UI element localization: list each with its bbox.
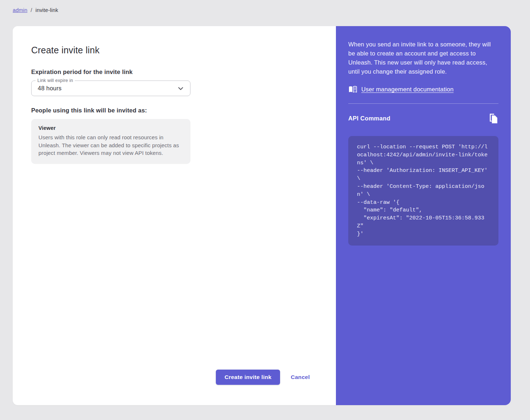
create-invite-link-card: Create invite link Expiration period for… [13,26,511,405]
sidebar-divider [348,103,498,104]
info-sidebar: When you send an invite link to a someon… [336,26,511,405]
copy-icon [489,113,498,124]
form-actions: Create invite link Cancel [216,370,310,385]
breadcrumb-current: invite-link [36,7,58,13]
role-title: Viewer [38,125,183,131]
copy-command-button[interactable] [489,113,498,124]
expiration-select-label: Link will expire in [36,78,75,83]
breadcrumb: admin / invite-link [13,7,58,13]
api-command-heading: API Command [348,115,390,122]
chevron-down-icon [176,84,185,93]
breadcrumb-link-admin[interactable]: admin [13,7,28,13]
role-description: Users with this role can only read root … [38,133,183,157]
invited-as-heading: People using this link will be invited a… [31,107,336,114]
create-invite-link-button[interactable]: Create invite link [216,370,280,385]
invite-link-form: Create invite link Expiration period for… [13,26,336,405]
expiration-select[interactable]: Link will expire in 48 hours [31,81,190,96]
api-command-row: API Command [348,113,498,124]
breadcrumb-separator: / [31,7,32,13]
cancel-button[interactable]: Cancel [291,374,310,380]
expiration-select-value: 48 hours [38,85,176,92]
page-title: Create invite link [31,45,336,55]
user-management-doc-link[interactable]: User management documentation [348,86,498,93]
api-command-code[interactable]: curl --location --request POST 'http://l… [348,136,498,246]
doc-link-label: User management documentation [361,86,453,93]
sidebar-description: When you send an invite link to a someon… [348,40,498,76]
book-icon [348,86,357,93]
expiration-section-heading: Expiration period for the invite link [31,69,336,75]
role-card-viewer: Viewer Users with this role can only rea… [31,119,190,164]
